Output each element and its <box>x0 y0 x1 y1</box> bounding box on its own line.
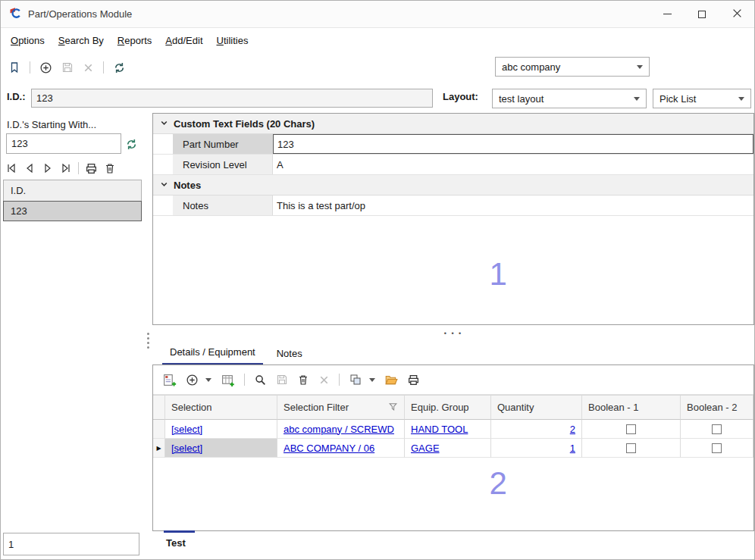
quantity-cell: 1 <box>491 439 582 458</box>
column-header-quantity[interactable]: Quantity <box>491 396 582 420</box>
section-header-custom-text[interactable]: Custom Text Fields (20 Chars) <box>153 114 753 134</box>
record-nav-bar <box>5 160 116 177</box>
view-combo[interactable]: Pick List <box>653 89 751 108</box>
layout-options-button[interactable] <box>349 372 375 387</box>
filter-icon[interactable] <box>388 402 398 414</box>
property-indent <box>153 134 173 154</box>
cancel-button[interactable] <box>83 60 94 75</box>
bookmark-button[interactable] <box>8 60 20 75</box>
first-record-button[interactable] <box>5 161 17 176</box>
delete-detail-button[interactable] <box>297 372 309 387</box>
row-indicator-header <box>153 396 165 420</box>
id-list-header[interactable]: I.D. <box>3 180 142 202</box>
add-record-button[interactable] <box>39 60 52 75</box>
new-item-icon <box>162 373 177 387</box>
id-input[interactable] <box>31 89 433 108</box>
column-header-selection[interactable]: Selection <box>165 396 277 420</box>
last-record-button[interactable] <box>60 161 72 176</box>
grid-body: [select] abc company / SCREWD HAND TOOL … <box>153 420 753 458</box>
column-header-boolean-2[interactable]: Boolean - 2 <box>681 396 753 420</box>
column-header-equip-group[interactable]: Equip. Group <box>405 396 491 420</box>
id-list: I.D. 123 <box>3 180 142 221</box>
select-link[interactable]: [select] <box>171 424 202 435</box>
menu-reports[interactable]: Reports <box>111 30 159 51</box>
equip-group-cell: HAND TOOL <box>405 420 491 439</box>
property-value[interactable]: A <box>273 155 753 174</box>
selection-cell: [select] <box>165 420 277 439</box>
vertical-splitter-handle[interactable] <box>147 333 149 349</box>
app-window: Part/Operations Module Options Search By… <box>0 0 755 560</box>
property-value[interactable]: This is a test part/op <box>273 196 753 215</box>
folder-open-icon <box>384 373 398 386</box>
boolean-1-checkbox[interactable] <box>626 443 636 453</box>
search-button[interactable] <box>254 372 267 387</box>
trash-icon <box>297 374 309 386</box>
printer-icon <box>407 374 420 386</box>
column-header-boolean-1[interactable]: Boolean - 1 <box>582 396 681 420</box>
toolbar-buttons <box>8 58 126 77</box>
maximize-button[interactable] <box>685 1 719 27</box>
sidebar: I.D.'s Starting With... I.D. 123 <box>1 113 152 559</box>
add-item-button[interactable] <box>186 372 211 387</box>
boolean-2-checkbox[interactable] <box>712 424 722 434</box>
close-button[interactable] <box>719 1 754 27</box>
print-detail-button[interactable] <box>407 372 420 387</box>
save-detail-button[interactable] <box>276 372 288 387</box>
chevron-down-icon <box>160 180 168 191</box>
prev-record-button[interactable] <box>23 161 36 176</box>
column-header-selection-filter[interactable]: Selection Filter <box>277 396 405 420</box>
quantity-link[interactable]: 1 <box>570 443 575 454</box>
id-filter-input[interactable] <box>6 133 121 154</box>
maximize-icon <box>698 11 706 18</box>
add-from-template-button[interactable] <box>221 372 235 387</box>
title-bar: Part/Operations Module <box>1 1 754 28</box>
horizontal-splitter-handle[interactable]: • • • <box>152 325 754 340</box>
table-row: [select] abc company / SCREWD HAND TOOL … <box>153 420 753 439</box>
boolean-1-cell <box>582 439 681 458</box>
boolean-1-checkbox[interactable] <box>626 424 636 434</box>
property-row: Revision Level A <box>153 155 753 175</box>
menu-utilities[interactable]: Utilities <box>210 30 255 51</box>
table-row: ▶ [select] ABC COMPANY / 06 GAGE 1 <box>153 439 753 458</box>
menu-add-edit[interactable]: Add/Edit <box>158 30 209 51</box>
view-combo-value: Pick List <box>659 93 734 105</box>
cancel-detail-button[interactable] <box>318 372 330 387</box>
menu-options[interactable]: Options <box>4 30 52 51</box>
company-combo[interactable]: abc company <box>495 57 650 77</box>
selection-filter-link[interactable]: ABC COMPANY / 06 <box>284 443 374 454</box>
boolean-1-cell <box>582 420 681 439</box>
equip-group-link[interactable]: GAGE <box>411 443 440 454</box>
tab-test[interactable]: Test <box>164 530 195 549</box>
property-value[interactable]: 123 <box>273 134 753 154</box>
toolbar-separator <box>244 374 245 386</box>
quantity-link[interactable]: 2 <box>570 424 575 435</box>
save-record-button[interactable] <box>61 60 74 75</box>
layout-label: Layout: <box>443 91 478 102</box>
menu-search-by[interactable]: Search By <box>52 30 111 51</box>
current-row-indicator-icon: ▶ <box>156 445 161 452</box>
tab-notes[interactable]: Notes <box>269 343 310 364</box>
boolean-2-checkbox[interactable] <box>712 443 722 453</box>
new-item-button[interactable] <box>162 372 177 387</box>
filter-refresh-button[interactable] <box>125 136 138 152</box>
minimize-button[interactable] <box>650 1 685 27</box>
delete-record-button[interactable] <box>104 161 116 176</box>
section-header-notes[interactable]: Notes <box>153 175 753 196</box>
main-toolbar: abc company <box>1 52 754 83</box>
next-record-button[interactable] <box>42 161 54 176</box>
property-label: Revision Level <box>173 155 273 174</box>
tab-details-equipment[interactable]: Details / Equipment <box>162 342 263 364</box>
id-list-row[interactable]: 123 <box>3 201 142 221</box>
refresh-button[interactable] <box>113 60 126 75</box>
layout-combo[interactable]: test layout <box>492 89 647 108</box>
open-button[interactable] <box>384 372 398 387</box>
panel-watermark-1: 1 <box>490 256 507 293</box>
record-number-input[interactable] <box>3 533 139 555</box>
close-icon <box>732 8 742 20</box>
print-list-button[interactable] <box>85 161 98 176</box>
equipment-grid: Selection Selection Filter Equip. Group … <box>153 395 753 458</box>
equip-group-link[interactable]: HAND TOOL <box>411 424 468 435</box>
selection-filter-link[interactable]: abc company / SCREWD <box>284 424 394 435</box>
select-link[interactable]: [select] <box>171 443 202 454</box>
prev-record-icon <box>23 162 36 174</box>
